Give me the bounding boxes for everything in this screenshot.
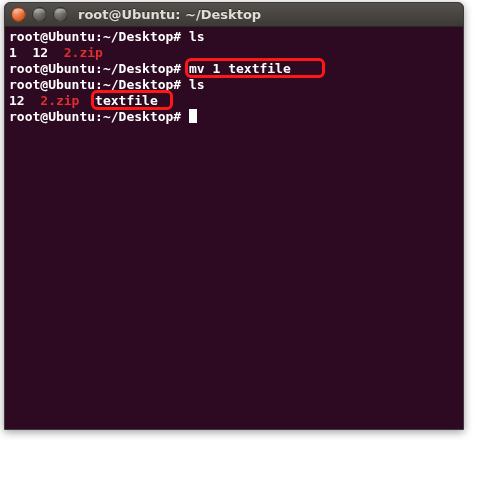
command-text: ls bbox=[189, 29, 205, 44]
terminal-line: root@Ubuntu:~/Desktop# bbox=[9, 109, 459, 125]
command-text: mv 1 textfile bbox=[189, 61, 291, 76]
maximize-icon[interactable] bbox=[53, 7, 68, 22]
prompt: root@Ubuntu:~/Desktop# bbox=[9, 109, 181, 124]
file-entry-archive: 2.zip bbox=[40, 93, 79, 108]
titlebar[interactable]: root@Ubuntu: ~/Desktop bbox=[5, 3, 463, 27]
prompt: root@Ubuntu:~/Desktop# bbox=[9, 77, 181, 92]
file-entry: 12 bbox=[32, 45, 48, 60]
minimize-icon[interactable] bbox=[32, 7, 47, 22]
terminal-body[interactable]: root@Ubuntu:~/Desktop# ls 1 12 2.zip roo… bbox=[5, 27, 463, 429]
window-title: root@Ubuntu: ~/Desktop bbox=[78, 7, 261, 22]
terminal-line: root@Ubuntu:~/Desktop# ls bbox=[9, 77, 459, 93]
terminal-line: 12 2.zip textfile bbox=[9, 93, 459, 109]
file-entry: 12 bbox=[9, 93, 25, 108]
prompt: root@Ubuntu:~/Desktop# bbox=[9, 61, 181, 76]
terminal-line: 1 12 2.zip bbox=[9, 45, 459, 61]
prompt: root@Ubuntu:~/Desktop# bbox=[9, 29, 181, 44]
file-entry: textfile bbox=[95, 93, 158, 108]
terminal-line: root@Ubuntu:~/Desktop# ls bbox=[9, 29, 459, 45]
file-entry-archive: 2.zip bbox=[64, 45, 103, 60]
file-entry: 1 bbox=[9, 45, 17, 60]
terminal-line: root@Ubuntu:~/Desktop# mv 1 textfile bbox=[9, 61, 459, 77]
cursor bbox=[189, 109, 197, 123]
command-text: ls bbox=[189, 77, 205, 92]
close-icon[interactable] bbox=[11, 7, 26, 22]
terminal-window: root@Ubuntu: ~/Desktop root@Ubuntu:~/Des… bbox=[4, 2, 464, 430]
